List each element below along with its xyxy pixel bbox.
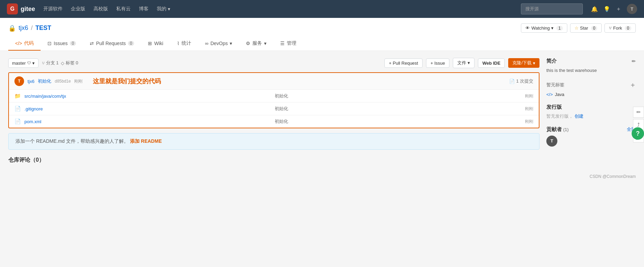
branch-select[interactable]: master 🛡 ▾	[8, 58, 39, 68]
sidebar-intro-desc: this is the test warehouse	[546, 67, 636, 74]
gitee-logo-icon: G	[7, 3, 18, 14]
repo-name[interactable]: TEST	[35, 24, 51, 32]
sidebar-release-empty: 暂无发行版， 创建	[546, 113, 636, 119]
edit-fixed-icon[interactable]: ✏	[633, 107, 644, 118]
repo-tabs: </> 代码 ⊡ Issues 0 ⇄ Pull Requests 0 ⊞ Wi…	[8, 37, 636, 51]
commit-count[interactable]: 📄 1 次提交	[509, 78, 533, 84]
sidebar-tags-title: 暂无标签 ＋	[546, 81, 636, 89]
pull-request-button[interactable]: + Pull Request	[384, 58, 423, 68]
code-icon: </>	[546, 92, 553, 97]
file-row: 📄 pom.xml 初始化 刚刚	[9, 115, 539, 128]
add-readme-link[interactable]: 添加 README	[130, 138, 162, 144]
comments-title: 仓库评论（0）	[8, 157, 539, 164]
manage-icon: ☰	[280, 41, 285, 46]
repo-actions: 👁 Watching ▾ 1 ☆ Star 0 ⑂ Fork 0	[521, 23, 636, 33]
file-row: 📄 .gitignore 初始化 刚刚	[9, 103, 539, 115]
chevron-down-icon: ▾	[168, 6, 170, 12]
file-time: 刚刚	[525, 119, 533, 125]
sidebar-contributors: 贡献者 (1) 全部 T	[546, 126, 636, 147]
footer-note: CSDN @CommonDream	[0, 171, 644, 182]
branch-count[interactable]: ⑂ 分支 1	[42, 60, 59, 66]
sidebar-release-title: 发行版	[546, 104, 636, 110]
chevron-down-icon: ▾	[32, 61, 35, 66]
pr-icon: ⇄	[90, 41, 94, 46]
sidebar-lang: </> Java	[546, 92, 636, 97]
add-tag-icon[interactable]: ＋	[630, 81, 636, 89]
chevron-down-icon: ▾	[264, 41, 266, 46]
repo-header: 🔒 tjx6 / TEST 👁 Watching ▾ 1 ☆ Star 0 ⑂ …	[0, 18, 644, 51]
repo-title: 🔒 tjx6 / TEST	[8, 24, 51, 32]
plus-icon[interactable]: ＋	[616, 6, 621, 13]
edit-intro-icon[interactable]: ✏	[632, 58, 636, 64]
service-icon: ⚙	[246, 41, 250, 46]
notification-icon[interactable]: 🔔	[591, 6, 598, 12]
navbar: G gitee 开源软件 企业版 高校版 私有云 博客 我的 ▾ 搜开源 🔔 💡…	[0, 0, 644, 18]
commit-hash[interactable]: d85bd1e	[55, 79, 71, 84]
branch-name: master	[12, 61, 26, 66]
chevron-down-icon: ▾	[468, 60, 470, 65]
branch-bar: master 🛡 ▾ ⑂ 分支 1 ◇ 标签 0 + Pull Request …	[8, 58, 539, 68]
commit-message: 初始化	[38, 78, 51, 84]
shield-icon: 🛡	[27, 61, 31, 65]
commit-highlight: 这里就是我们提交的代码	[93, 77, 506, 85]
file-name[interactable]: pom.xml	[24, 119, 275, 124]
search-input[interactable]: 搜开源	[521, 3, 583, 14]
fork-icon: ⑂	[609, 25, 612, 31]
chevron-down-icon: ▾	[551, 25, 554, 31]
commit-count-icon: 📄	[509, 79, 515, 84]
file-commit-msg: 初始化	[275, 93, 525, 99]
sidebar-contrib-title: 贡献者 (1)	[546, 126, 569, 133]
tab-devops[interactable]: ∞ DevOps ▾	[198, 37, 239, 51]
issue-button[interactable]: + Issue	[426, 58, 449, 68]
tag-icon: ◇	[61, 61, 64, 66]
lamp-icon[interactable]: 💡	[603, 6, 610, 12]
star-button[interactable]: ☆ Star 0	[570, 23, 602, 33]
user-avatar[interactable]: T	[627, 4, 637, 14]
sidebar-intro: 简介 ✏ this is the test warehouse	[546, 58, 636, 74]
tab-service[interactable]: ⚙ 服务 ▾	[239, 37, 273, 51]
fork-button[interactable]: ⑂ Fork 0	[604, 23, 636, 33]
contributor-avatar[interactable]: T	[546, 136, 557, 147]
tab-code[interactable]: </> 代码	[8, 37, 41, 51]
nav-university[interactable]: 高校版	[94, 6, 108, 12]
nav-enterprise[interactable]: 企业版	[71, 6, 85, 12]
file-icon: 📄	[14, 106, 21, 112]
code-icon: </>	[15, 41, 22, 46]
tab-pullrequests[interactable]: ⇄ Pull Requests 0	[83, 37, 141, 51]
file-name[interactable]: .gitignore	[24, 106, 275, 111]
file-name[interactable]: src/main/java/com/tjx	[24, 94, 275, 99]
watching-button[interactable]: 👁 Watching ▾ 1	[521, 23, 567, 33]
readme-banner: 添加一个 README.md 文件，帮助感兴趣的人了解。 添加 README	[8, 133, 539, 150]
repo-owner[interactable]: tjx6	[19, 24, 28, 32]
commit-time: 刚刚	[74, 78, 83, 84]
clone-button[interactable]: 克隆/下载 ▾	[508, 58, 539, 68]
comments-section: 仓库评论（0）	[8, 157, 539, 164]
commit-row: T tjx6 初始化 d85bd1e 刚刚 这里就是我们提交的代码 📄 1 次提…	[9, 73, 539, 90]
nav-private[interactable]: 私有云	[116, 6, 131, 12]
sidebar-tags: 暂无标签 ＋ </> Java	[546, 81, 636, 97]
tab-manage[interactable]: ☰ 管理	[273, 37, 303, 51]
tab-wiki[interactable]: ⊞ Wiki	[141, 37, 170, 51]
sidebar-release: 发行版 暂无发行版， 创建	[546, 104, 636, 119]
nav-mine[interactable]: 我的 ▾	[157, 6, 170, 12]
repo-title-row: 🔒 tjx6 / TEST 👁 Watching ▾ 1 ☆ Star 0 ⑂ …	[8, 23, 636, 33]
sidebar-contrib-header: 贡献者 (1) 全部	[546, 126, 636, 133]
tab-issues[interactable]: ⊡ Issues 0	[41, 37, 83, 51]
create-release-link[interactable]: 创建	[575, 114, 583, 119]
chevron-down-icon: ▾	[533, 61, 535, 66]
tab-stats[interactable]: ⌇ 统计	[170, 37, 198, 51]
file-button[interactable]: 文件 ▾	[453, 58, 474, 68]
nav-opensource[interactable]: 开源软件	[43, 6, 63, 12]
logo[interactable]: G gitee	[7, 3, 35, 14]
nav-blog[interactable]: 博客	[139, 6, 149, 12]
commit-user[interactable]: tjx6	[28, 79, 34, 84]
webide-button[interactable]: Web IDE	[478, 58, 505, 68]
sidebar: 简介 ✏ this is the test warehouse 暂无标签 ＋ <…	[546, 58, 636, 164]
content-left: master 🛡 ▾ ⑂ 分支 1 ◇ 标签 0 + Pull Request …	[8, 58, 539, 164]
branch-icon: ⑂	[42, 61, 45, 66]
branch-info: ⑂ 分支 1 ◇ 标签 0	[42, 60, 78, 66]
stats-icon: ⌇	[177, 41, 179, 46]
file-table: T tjx6 初始化 d85bd1e 刚刚 这里就是我们提交的代码 📄 1 次提…	[8, 72, 539, 128]
tag-count[interactable]: ◇ 标签 0	[61, 60, 78, 66]
help-button[interactable]: ?	[632, 127, 644, 140]
